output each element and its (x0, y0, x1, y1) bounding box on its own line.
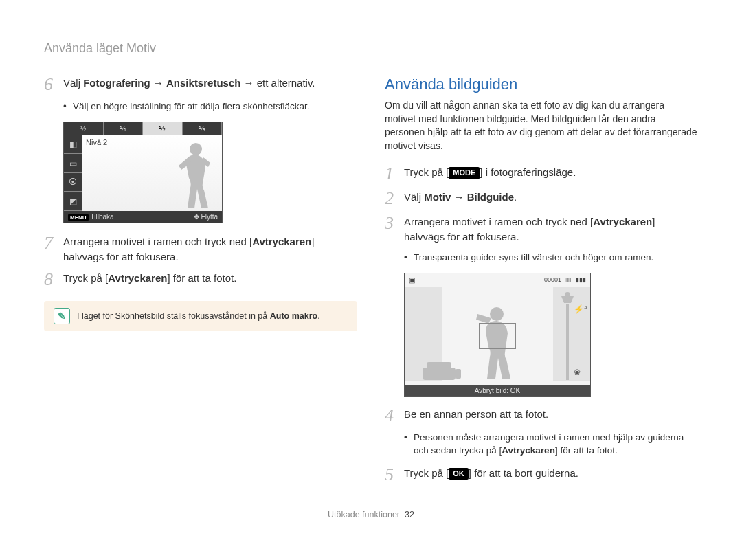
fraction-cell: ⅟₃ (183, 122, 223, 135)
counter: 00001 (544, 276, 561, 283)
step-7: 7 Arrangera motivet i ramen och tryck ne… (44, 234, 357, 265)
footer-section: Utökade funktioner (328, 510, 400, 519)
bag-icon (423, 361, 462, 381)
step-body: Välj Motiv → Bildguide. (404, 190, 698, 208)
bullet-item: Transparenta guider syns till vänster oc… (404, 251, 698, 265)
step-3-bullets: Transparenta guider syns till vänster oc… (404, 251, 698, 265)
top-right-info: 00001 ▥ ▮▮▮ (544, 276, 586, 283)
right-column: Använda bildguiden Om du vill att någon … (385, 76, 698, 491)
screen-sidebar: ◧ ▭ ⦿ ◩ (64, 135, 82, 211)
camera-screen-beauty: ½ ⅟₁ ⅟₂ ⅟₃ ◧ ▭ ⦿ ◩ Nivå 2 (63, 122, 223, 223)
step-body: Tryck på [Avtryckaren] för att ta fotot. (63, 271, 357, 289)
text: Tryck på [ (404, 467, 449, 479)
svg-point-2 (565, 292, 570, 298)
text: Välj (63, 77, 83, 89)
text: Välj (404, 191, 424, 203)
step-body: Arrangera motivet i ramen och tryck ned … (63, 234, 357, 265)
move-label: ✥ Flytta (194, 213, 218, 221)
step-3: 3 Arrangera motivet i ramen och tryck ne… (385, 214, 698, 245)
step-number: 4 (385, 407, 404, 425)
step-number: 3 (385, 214, 404, 245)
screen-scene: ⚡ᴬ ❀ Avbryt bild: OK (405, 287, 590, 396)
text: ] för att ta bort guiderna. (469, 467, 578, 479)
text: ] för att ta fotot. (167, 272, 236, 284)
bold-text: Avtryckaren (108, 272, 167, 284)
text: Tryck på [ (63, 272, 108, 284)
step-8: 8 Tryck på [Avtryckaren] för att ta foto… (44, 271, 357, 289)
fraction-cell: ½ (64, 122, 104, 135)
svg-rect-5 (427, 362, 451, 369)
focus-square-icon (479, 323, 516, 349)
step-4-bullets: Personen måste arrangera motivet i ramen… (404, 432, 698, 458)
step-1: 1 Tryck på [MODE] i fotograferingsläge. (385, 165, 698, 183)
screen-body: ◧ ▭ ⦿ ◩ Nivå 2 (64, 135, 222, 211)
battery-icon: ▮▮▮ (576, 276, 586, 283)
step-body: Arrangera motivet i ramen och tryck ned … (404, 214, 698, 245)
person-silhouette-icon (168, 139, 216, 211)
svg-point-3 (490, 307, 504, 321)
sd-icon: ▥ (565, 276, 572, 283)
sidebar-icon: ◧ (64, 135, 82, 155)
step-6: 6 Välj Fotografering → Ansiktsretusch → … (44, 76, 357, 93)
step-6-bullets: Välj en högre inställning för att dölja … (63, 100, 357, 113)
bold-text: Avtryckaren (502, 445, 555, 456)
camera-screen-bildguide: ▣ 00001 ▥ ▮▮▮ (404, 273, 591, 397)
screen-top-icons: ▣ 00001 ▥ ▮▮▮ (405, 273, 590, 287)
text: Arrangera motivet i ramen och tryck ned … (63, 236, 252, 247)
content-columns: 6 Välj Fotografering → Ansiktsretusch → … (44, 76, 698, 491)
bold-text: Avtryckaren (252, 236, 311, 247)
note-text: I läget för Skönhetsbild ställs fokusavs… (77, 311, 320, 321)
svg-rect-4 (423, 368, 456, 380)
text: → (150, 77, 166, 89)
screen-side-icons: ⚡ᴬ ❀ (574, 304, 587, 377)
text: → ett alternativ. (240, 77, 315, 89)
bullet-item: Personen måste arrangera motivet i ramen… (404, 432, 698, 458)
step-2: 2 Välj Motiv → Bildguide. (385, 190, 698, 208)
step-4: 4 Be en annan person att ta fotot. (385, 407, 698, 425)
menu-badge-icon: MENU (68, 214, 89, 221)
svg-rect-1 (566, 304, 569, 380)
bold-text: Motiv (424, 191, 451, 203)
text: Tryck på [ (404, 166, 449, 178)
screen-top-fractions: ½ ⅟₁ ⅟₂ ⅟₃ (64, 122, 222, 135)
step-5: 5 Tryck på [OK] för att ta bort guiderna… (385, 466, 698, 484)
sidebar-icon: ◩ (64, 192, 82, 211)
ok-badge-icon: OK (449, 468, 469, 480)
step-number: 8 (44, 271, 63, 289)
sidebar-icon: ▭ (64, 154, 82, 173)
fraction-cell-selected: ⅟₂ (143, 122, 183, 135)
bullet-item: Välj en högre inställning för att dölja … (63, 100, 357, 113)
bold-text: Bildguide (467, 191, 514, 203)
level-label: Nivå 2 (86, 138, 107, 146)
text: . (514, 191, 517, 203)
flash-icon: ⚡ᴬ (574, 304, 587, 314)
sidebar-icon: ⦿ (64, 173, 82, 192)
step-number: 6 (44, 76, 63, 93)
screen-bottom-bar: Avbryt bild: OK (405, 385, 590, 396)
bold-text: Fotografering (83, 77, 150, 89)
note-box: ✎ I läget för Skönhetsbild ställs fokusa… (44, 301, 357, 331)
step-body: Be en annan person att ta fotot. (404, 407, 698, 425)
intro-paragraph: Om du vill att någon annan ska ta ett fo… (385, 99, 698, 153)
step-body: Tryck på [MODE] i fotograferingsläge. (404, 165, 698, 183)
back-label: MENUTillbaka (68, 213, 114, 221)
mode-badge-icon: MODE (449, 167, 480, 179)
step-body: Välj Fotografering → Ansiktsretusch → et… (63, 76, 357, 93)
bold-text: Avtryckaren (593, 216, 652, 227)
section-heading: Använda bildguiden (385, 76, 698, 93)
step-number: 1 (385, 165, 404, 183)
text: → (451, 191, 466, 203)
text: ] i fotograferingsläge. (480, 166, 576, 178)
flower-icon: ❀ (574, 368, 587, 377)
mode-icon: ▣ (409, 276, 415, 284)
text: Arrangera motivet i ramen och tryck ned … (404, 216, 593, 227)
left-column: 6 Välj Fotografering → Ansiktsretusch → … (44, 76, 357, 491)
bold-text: Ansiktsretusch (166, 77, 240, 89)
note-icon: ✎ (54, 308, 70, 324)
svg-point-0 (190, 143, 202, 155)
bold-text: Auto makro (270, 311, 317, 321)
screen-bottom-bar: MENUTillbaka ✥ Flytta (64, 211, 222, 223)
page-header: Använda läget Motiv (44, 41, 698, 60)
step-number: 7 (44, 234, 63, 265)
step-number: 5 (385, 466, 404, 484)
